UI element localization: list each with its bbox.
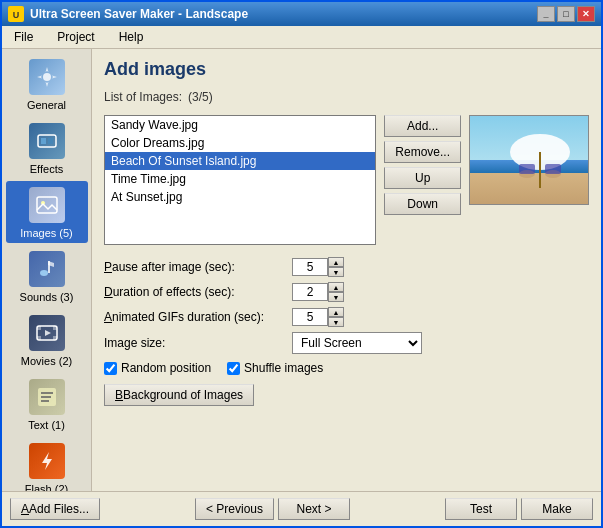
maximize-button[interactable]: □ (557, 6, 575, 22)
menu-bar: File Project Help (2, 26, 601, 49)
svg-point-8 (40, 270, 48, 276)
page-title: Add images (104, 59, 589, 80)
sidebar-item-movies[interactable]: Movies (2) (6, 309, 88, 371)
general-icon (27, 57, 67, 97)
footer-center: < Previous Next > (195, 498, 350, 520)
pause-up[interactable]: ▲ (328, 257, 344, 267)
movies-icon (27, 313, 67, 353)
menu-file[interactable]: File (6, 28, 41, 46)
general-label: General (27, 99, 66, 111)
svg-rect-26 (545, 164, 561, 174)
svg-rect-14 (53, 336, 57, 340)
images-label: Images (5) (20, 227, 73, 239)
footer-right: Test Make (445, 498, 593, 520)
animated-spinner[interactable]: ▲ ▼ (292, 307, 344, 327)
make-button[interactable]: Make (521, 498, 593, 520)
sidebar-item-flash[interactable]: Flash (2) (6, 437, 88, 491)
random-position-text: Random position (121, 361, 211, 375)
pause-label: Pause after image (sec): (104, 260, 284, 274)
svg-rect-11 (37, 326, 41, 330)
test-button[interactable]: Test (445, 498, 517, 520)
sidebar-item-effects[interactable]: Effects (6, 117, 88, 179)
animated-row: Animated GIFs duration (sec): ▲ ▼ (104, 307, 589, 327)
pause-spinner[interactable]: ▲ ▼ (292, 257, 344, 277)
list-item[interactable]: At Sunset.jpg (105, 188, 375, 206)
up-button[interactable]: Up (384, 167, 461, 189)
duration-label: Duration of effects (sec): (104, 285, 284, 299)
movies-label: Movies (2) (21, 355, 72, 367)
close-button[interactable]: ✕ (577, 6, 595, 22)
list-item[interactable]: Sandy Wave.jpg (105, 116, 375, 134)
svg-rect-5 (48, 138, 53, 144)
svg-rect-25 (519, 164, 535, 174)
effects-icon (27, 121, 67, 161)
pause-row: Pause after image (sec): ▲ ▼ (104, 257, 589, 277)
list-item-selected[interactable]: Beach Of Sunset Island.jpg (105, 152, 375, 170)
duration-spinner[interactable]: ▲ ▼ (292, 282, 344, 302)
sidebar-item-general[interactable]: General (6, 53, 88, 115)
sidebar-item-images[interactable]: Images (5) (6, 181, 88, 243)
size-label: Image size: (104, 336, 284, 350)
menu-project[interactable]: Project (49, 28, 102, 46)
svg-marker-15 (45, 330, 51, 336)
window-title: Ultra Screen Saver Maker - Landscape (30, 7, 248, 21)
images-list[interactable]: Sandy Wave.jpg Color Dreams.jpg Beach Of… (104, 115, 376, 245)
size-select[interactable]: Full Screen Stretch to Fill Center Tile … (292, 332, 422, 354)
menu-help[interactable]: Help (111, 28, 152, 46)
animated-down[interactable]: ▼ (328, 317, 344, 327)
list-header-row: List of Images: (3/5) (104, 90, 589, 107)
next-button[interactable]: Next > (278, 498, 350, 520)
animated-input[interactable] (292, 308, 328, 326)
add-button[interactable]: Add... (384, 115, 461, 137)
preview-image (469, 115, 589, 205)
flash-icon (27, 441, 67, 481)
images-section: Sandy Wave.jpg Color Dreams.jpg Beach Of… (104, 115, 589, 245)
svg-rect-19 (41, 400, 49, 402)
text-label: Text (1) (28, 419, 65, 431)
shuffle-images-label[interactable]: Shuffle images (227, 361, 323, 375)
sidebar-item-text[interactable]: Text (1) (6, 373, 88, 435)
flash-label: Flash (2) (25, 483, 68, 491)
sidebar-item-sounds[interactable]: Sounds (3) (6, 245, 88, 307)
svg-rect-6 (37, 197, 57, 213)
background-images-button[interactable]: BBackground of Images (104, 384, 254, 406)
previous-button[interactable]: < Previous (195, 498, 274, 520)
remove-button[interactable]: Remove... (384, 141, 461, 163)
sounds-label: Sounds (3) (20, 291, 74, 303)
svg-rect-3 (38, 135, 56, 147)
list-header-label: List of Images: (104, 90, 182, 104)
add-files-button[interactable]: AAdd Files... (10, 498, 100, 520)
minimize-button[interactable]: _ (537, 6, 555, 22)
list-item[interactable]: Time Time.jpg (105, 170, 375, 188)
pause-input[interactable] (292, 258, 328, 276)
svg-text:U: U (13, 10, 20, 20)
svg-rect-18 (41, 396, 51, 398)
animated-up[interactable]: ▲ (328, 307, 344, 317)
random-position-label[interactable]: Random position (104, 361, 211, 375)
random-position-checkbox[interactable] (104, 362, 117, 375)
list-count: (3/5) (188, 90, 213, 104)
text-icon (27, 377, 67, 417)
footer-left: AAdd Files... (10, 498, 100, 520)
sidebar: General Effects (2, 49, 92, 491)
list-item[interactable]: Color Dreams.jpg (105, 134, 375, 152)
duration-row: Duration of effects (sec): ▲ ▼ (104, 282, 589, 302)
svg-rect-17 (41, 392, 53, 394)
settings-section: Pause after image (sec): ▲ ▼ Duration of… (104, 257, 589, 406)
list-buttons: Add... Remove... Up Down (384, 115, 461, 245)
shuffle-images-checkbox[interactable] (227, 362, 240, 375)
pause-down[interactable]: ▼ (328, 267, 344, 277)
app-icon: U (8, 6, 24, 22)
down-button[interactable]: Down (384, 193, 461, 215)
title-bar: U Ultra Screen Saver Maker - Landscape _… (2, 2, 601, 26)
duration-up[interactable]: ▲ (328, 282, 344, 292)
svg-rect-13 (37, 336, 41, 340)
duration-input[interactable] (292, 283, 328, 301)
duration-down[interactable]: ▼ (328, 292, 344, 302)
shuffle-images-text: Shuffle images (244, 361, 323, 375)
content-area: Add images List of Images: (3/5) Sandy W… (92, 49, 601, 491)
sounds-icon (27, 249, 67, 289)
svg-marker-20 (42, 452, 52, 470)
checkbox-row: Random position Shuffle images (104, 361, 589, 375)
svg-rect-4 (41, 138, 46, 144)
